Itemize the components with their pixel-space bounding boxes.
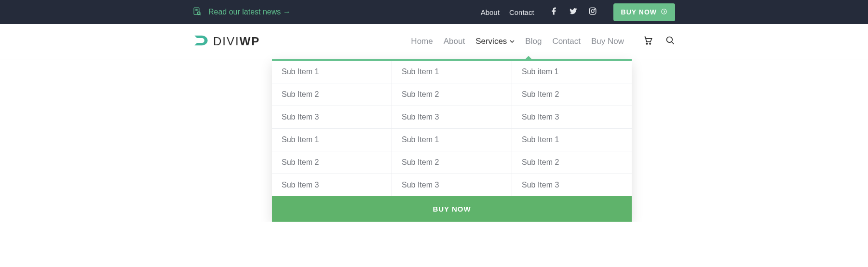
navbar: DIVIWP Home About Services Blog Contact … [193,24,675,59]
nav-item-contact[interactable]: Contact [552,37,581,46]
nav-item-buynow[interactable]: Buy Now [591,37,624,46]
logo-divi: DIVI [213,35,240,48]
mega-item[interactable]: Sub Item 1 [272,61,392,83]
svg-point-10 [650,43,651,44]
arrow-right-circle-icon [661,8,667,16]
svg-line-12 [672,42,674,44]
svg-point-7 [594,9,595,10]
cart-icon[interactable] [643,36,653,47]
topbar-link-contact[interactable]: Contact [509,8,534,16]
logo-wp: WP [240,35,260,48]
search-icon[interactable] [665,36,675,47]
mega-item[interactable]: Sub Item 3 [272,106,392,129]
navbar-wrap: DIVIWP Home About Services Blog Contact … [0,24,868,59]
mega-buy-now-button[interactable]: BUY NOW [272,196,632,222]
mega-column-2: Sub Item 1 Sub Item 2 Sub Item 3 Sub Ite… [392,61,512,196]
mega-item[interactable]: Sub Item 1 [392,129,512,151]
facebook-icon[interactable] [550,7,558,17]
nav-item-home[interactable]: Home [411,37,433,46]
mega-item[interactable]: Sub Item 1 [392,61,512,83]
mega-item[interactable]: Sub Item 1 [512,129,632,151]
mega-menu: Sub Item 1 Sub Item 2 Sub Item 3 Sub Ite… [272,59,632,222]
svg-point-6 [591,10,594,13]
instagram-icon[interactable] [588,7,597,17]
topbar-right: About Contact BUY NOW [481,3,675,21]
mega-item[interactable]: Sub Item 2 [512,151,632,174]
topbar-inner: Read our latest news → About Contact BUY… [193,3,675,21]
topbar: Read our latest news → About Contact BUY… [0,0,868,24]
mega-columns: Sub Item 1 Sub Item 2 Sub Item 3 Sub Ite… [272,61,632,196]
mega-item[interactable]: Sub Item 3 [392,106,512,129]
nav-utilities [643,36,675,47]
nav-right: Home About Services Blog Contact Buy Now [411,36,675,47]
mega-column-1: Sub Item 1 Sub Item 2 Sub Item 3 Sub Ite… [272,61,392,196]
mega-item[interactable]: Sub Item 3 [392,174,512,196]
mega-item[interactable]: Sub Item 1 [272,129,392,151]
nav-item-about[interactable]: About [444,37,465,46]
mega-item[interactable]: Sub Item 3 [512,174,632,196]
mega-item[interactable]: Sub Item 3 [272,174,392,196]
buy-now-top-button[interactable]: BUY NOW [613,3,675,21]
logo-text: DIVIWP [213,35,260,48]
mega-column-3: Sub item 1 Sub Item 2 Sub Item 3 Sub Ite… [512,61,632,196]
nav-item-services-label: Services [475,37,507,46]
mega-item[interactable]: Sub Item 2 [512,83,632,106]
news-icon [193,7,202,17]
mega-item[interactable]: Sub Item 2 [272,151,392,174]
mega-item[interactable]: Sub Item 3 [512,106,632,129]
twitter-icon[interactable] [569,7,578,17]
logo-mark-icon [193,32,209,51]
svg-point-11 [667,37,673,43]
mega-item[interactable]: Sub Item 2 [392,83,512,106]
social-icons [550,7,597,17]
nav-item-services[interactable]: Services [475,37,515,46]
svg-point-8 [662,9,667,14]
mega-item[interactable]: Sub Item 2 [392,151,512,174]
svg-point-9 [646,43,648,44]
buy-now-top-label: BUY NOW [621,8,657,16]
news-link[interactable]: Read our latest news → [208,8,291,16]
nav-links: Home About Services Blog Contact Buy Now [411,37,624,46]
mega-item[interactable]: Sub item 1 [512,61,632,83]
svg-line-4 [200,14,201,15]
topbar-left: Read our latest news → [193,7,291,17]
mega-item[interactable]: Sub Item 2 [272,83,392,106]
topbar-link-about[interactable]: About [481,8,500,16]
chevron-down-icon [510,37,515,46]
mega-menu-container: Sub Item 1 Sub Item 2 Sub Item 3 Sub Ite… [0,59,868,222]
logo[interactable]: DIVIWP [193,32,260,51]
nav-item-blog[interactable]: Blog [525,37,542,46]
